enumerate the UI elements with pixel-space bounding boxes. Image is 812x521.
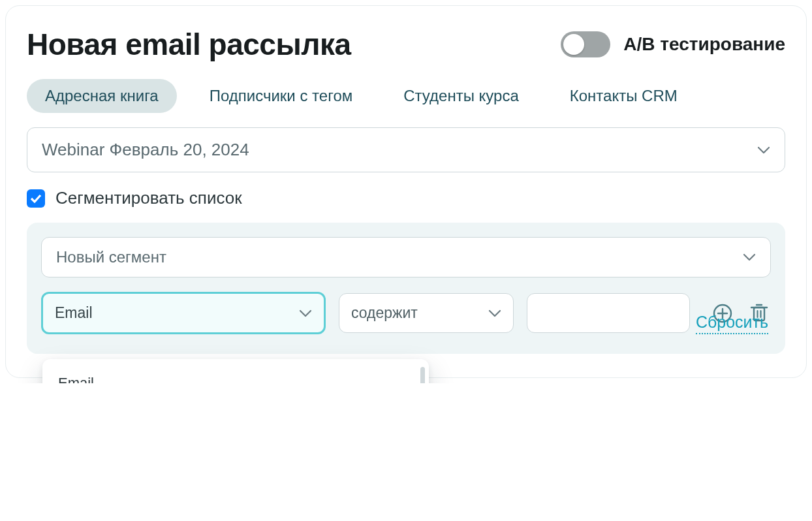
- ab-test-label: A/B тестирование: [623, 34, 785, 55]
- email-campaign-card: Новая email рассылка A/B тестирование Ад…: [5, 5, 807, 378]
- segment-panel: Новый сегмент Email содержит: [27, 223, 785, 354]
- segment-template-value: Новый сегмент: [56, 248, 166, 266]
- chevron-down-icon: [743, 253, 756, 261]
- chevron-down-icon: [488, 309, 501, 317]
- filter-row: Email содержит: [41, 292, 771, 334]
- tab-crm-contacts[interactable]: Контакты CRM: [552, 79, 696, 113]
- segment-checkbox-row: Сегментировать список: [27, 188, 785, 208]
- source-tabs: Адресная книга Подписчики с тегом Студен…: [27, 79, 785, 113]
- segment-checkbox[interactable]: [27, 189, 45, 208]
- chevron-down-icon: [299, 309, 312, 317]
- tab-address-book[interactable]: Адресная книга: [27, 79, 177, 113]
- chevron-down-icon: [757, 146, 770, 154]
- scrollbar-thumb[interactable]: [420, 367, 425, 383]
- ab-test-wrap: A/B тестирование: [561, 31, 785, 57]
- header-row: Новая email рассылка A/B тестирование: [27, 27, 785, 62]
- tab-subscribers-tag[interactable]: Подписчики с тегом: [191, 79, 371, 113]
- filter-operator-value: содержит: [351, 304, 418, 322]
- filter-value-input[interactable]: [527, 293, 690, 333]
- filter-field-select[interactable]: Email: [41, 292, 326, 334]
- page-title: Новая email рассылка: [27, 27, 351, 62]
- filter-field-value: Email: [55, 304, 93, 322]
- list-select-value: Webinar Февраль 20, 2024: [42, 140, 249, 160]
- reset-link[interactable]: Сбросить: [696, 313, 768, 334]
- segment-template-select[interactable]: Новый сегмент: [41, 237, 771, 277]
- check-icon: [30, 194, 42, 203]
- tab-course-students[interactable]: Студенты курса: [385, 79, 537, 113]
- segment-checkbox-label: Сегментировать список: [55, 188, 242, 208]
- list-select[interactable]: Webinar Февраль 20, 2024: [27, 127, 785, 172]
- toggle-knob: [563, 34, 584, 55]
- ab-test-toggle[interactable]: [561, 31, 610, 57]
- dropdown-option[interactable]: Email: [49, 366, 420, 383]
- filter-operator-select[interactable]: содержит: [339, 293, 514, 333]
- field-dropdown: Email Email: доменная часть Email: стату…: [42, 359, 429, 383]
